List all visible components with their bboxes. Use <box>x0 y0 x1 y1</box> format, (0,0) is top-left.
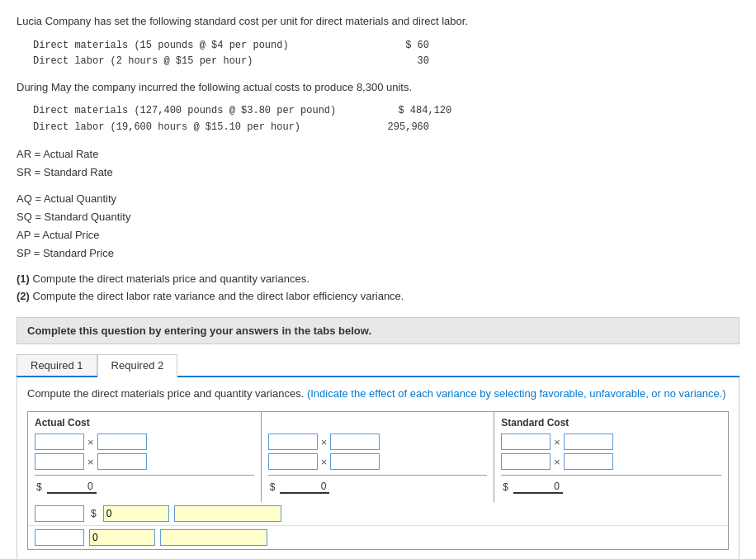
middle-total-value: 0 <box>280 481 329 494</box>
tab-required1[interactable]: Required 1 <box>17 354 97 376</box>
var-price-value-input[interactable] <box>103 505 169 522</box>
actual-cost-header: Actual Cost <box>35 417 254 429</box>
tab-instruction: Compute the direct materials price and q… <box>27 386 729 402</box>
dollar-sym-standard: $ <box>503 481 508 493</box>
definitions-block: AR = Actual Rate SR = Standard Rate <box>17 145 739 182</box>
middle-input-1a[interactable] <box>268 433 318 450</box>
actual-materials-row: Direct materials (127,400 pounds @ $3.80… <box>33 103 739 119</box>
middle-total-row: $ 0 <box>268 475 488 494</box>
def-aq: AQ = Actual Quantity <box>17 190 739 208</box>
actual-costs: Direct materials (127,400 pounds @ $3.80… <box>33 103 739 135</box>
actual-input-2a[interactable] <box>35 453 84 470</box>
dollar-sym-actual: $ <box>36 481 42 493</box>
question-box: Complete this question by entering your … <box>17 317 739 344</box>
middle-input-1b[interactable] <box>330 433 380 450</box>
var-row-qty <box>28 526 728 549</box>
middle-input-2a[interactable] <box>268 453 318 470</box>
tab-required2[interactable]: Required 2 <box>97 354 178 377</box>
standard-cost-section: Standard Cost × × $ 0 <box>494 412 728 502</box>
intro-line1: Lucia Company has set the following stan… <box>17 13 739 30</box>
actual-materials-value: $ 484,120 <box>385 103 451 119</box>
definitions-block2: AQ = Actual Quantity SQ = Standard Quant… <box>17 190 739 263</box>
standard-input-1b[interactable] <box>564 433 613 450</box>
actual-labor-value: 295,960 <box>363 120 429 135</box>
materials-value: $ 60 <box>363 38 429 54</box>
var-qty-dollar-input[interactable] <box>35 529 84 546</box>
middle-header <box>268 417 488 429</box>
standard-input-2a[interactable] <box>501 453 550 470</box>
labor-value: 30 <box>363 54 429 69</box>
middle-row-1: × <box>268 433 488 450</box>
actual-input-1a[interactable] <box>35 433 84 450</box>
x-sym-m1: × <box>321 436 328 448</box>
middle-input-2b[interactable] <box>330 453 380 470</box>
standard-row-2: × <box>501 453 721 470</box>
standard-costs: Direct materials (15 pounds @ $4 per pou… <box>33 38 739 69</box>
var-row-price: $ <box>28 502 728 526</box>
materials-label: Direct materials (15 pounds @ $4 per pou… <box>33 38 314 54</box>
actual-row-1: × <box>35 433 254 450</box>
variance-grid: Actual Cost × × $ 0 × <box>27 411 729 502</box>
tab-bar: Required 1 Required 2 <box>17 354 739 377</box>
actual-total-row: $ 0 <box>35 475 254 494</box>
x-sym-s1: × <box>554 436 560 448</box>
actual-total-value: 0 <box>47 481 97 494</box>
x-sym-m2: × <box>321 456 328 468</box>
labor-label: Direct labor (2 hours @ $15 per hour) <box>33 54 314 69</box>
standard-row-1: × <box>501 433 721 450</box>
standard-input-1a[interactable] <box>501 433 550 450</box>
standard-total-value: 0 <box>513 481 563 494</box>
tab-instruction-colored: (Indicate the effect of each variance by… <box>307 387 726 400</box>
actual-materials-label: Direct materials (127,400 pounds @ $3.80… <box>33 103 336 119</box>
middle-row-2: × <box>268 453 488 470</box>
var-price-dollar-input[interactable] <box>35 505 84 522</box>
actual-cost-section: Actual Cost × × $ 0 <box>28 412 262 502</box>
instruction-2: (2) Compute the direct labor rate varian… <box>17 288 739 306</box>
standard-total-row: $ 0 <box>501 475 721 494</box>
dollar-sym-middle: $ <box>270 481 276 493</box>
var-price-label-input[interactable] <box>174 505 281 522</box>
dollar-label-1: $ <box>91 508 97 519</box>
instruction-1: (1) Compute the direct materials price a… <box>17 271 739 288</box>
actual-input-2b[interactable] <box>97 453 147 470</box>
x-sym-2: × <box>87 456 94 468</box>
def-ap: AP = Actual Price <box>17 226 739 244</box>
cost-row-materials: Direct materials (15 pounds @ $4 per pou… <box>33 38 739 54</box>
def-sr: SR = Standard Rate <box>17 163 739 182</box>
cost-row-labor: Direct labor (2 hours @ $15 per hour) 30 <box>33 54 739 69</box>
variance-bottom: $ <box>27 502 729 550</box>
actual-input-1b[interactable] <box>97 433 147 450</box>
x-sym-1: × <box>87 436 94 448</box>
instructions-block: (1) Compute the direct materials price a… <box>17 271 739 306</box>
standard-input-2b[interactable] <box>564 453 613 470</box>
actual-row-2: × <box>35 453 254 470</box>
def-ar: AR = Actual Rate <box>17 145 739 163</box>
intro-line2: During May the company incurred the foll… <box>17 79 739 96</box>
actual-labor-label: Direct labor (19,600 hours @ $15.10 per … <box>33 120 314 135</box>
def-sp: SP = Standard Price <box>17 244 739 263</box>
middle-section: × × $ 0 <box>262 412 495 502</box>
tab-content: Compute the direct materials price and q… <box>17 377 739 559</box>
x-sym-s2: × <box>554 456 560 468</box>
def-sq: SQ = Standard Quantity <box>17 208 739 226</box>
var-qty-label-input[interactable] <box>160 529 267 546</box>
actual-labor-row: Direct labor (19,600 hours @ $15.10 per … <box>33 120 739 135</box>
var-qty-value-input[interactable] <box>89 529 155 546</box>
standard-cost-header: Standard Cost <box>501 417 721 429</box>
